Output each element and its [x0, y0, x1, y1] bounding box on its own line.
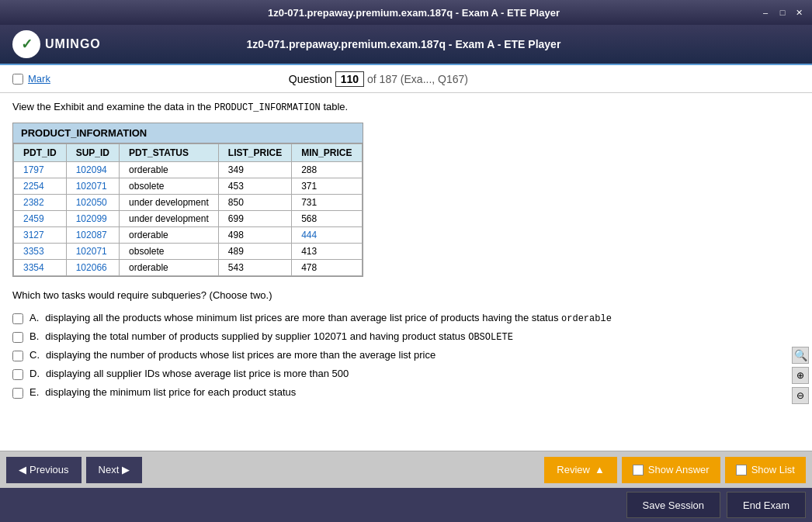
cell-min-price: 371 — [292, 178, 362, 195]
cell-pdt-id: 3354 — [14, 260, 67, 276]
answer-option-e: E.displaying the minimum list price for … — [12, 386, 800, 399]
cell-pdt-status: under development — [120, 211, 219, 227]
cell-pdt-status: orderable — [120, 260, 219, 276]
option-code: orderable — [561, 313, 612, 324]
logo-text: UMINGO — [45, 37, 101, 51]
table-row: 3354 102066 orderable 543 478 — [14, 260, 363, 276]
next-button[interactable]: Next ▶ — [86, 457, 143, 483]
cell-pdt-id: 1797 — [14, 162, 67, 178]
cell-list-price: 453 — [218, 178, 291, 195]
bottom-action-bar: Save Session End Exam — [0, 488, 812, 522]
option-code: OBSOLETE — [468, 332, 513, 343]
close-button[interactable]: ✕ — [793, 6, 806, 19]
save-session-button[interactable]: Save Session — [626, 492, 721, 518]
answer-option-d: D.displaying all supplier IDs whose aver… — [12, 368, 800, 380]
table-row: 3353 102071 obsolete 489 413 — [14, 244, 363, 260]
option-checkbox-2[interactable] — [12, 351, 23, 361]
maximize-button[interactable]: □ — [776, 6, 789, 19]
cell-pdt-status: orderable — [120, 227, 219, 244]
mark-checkbox[interactable] — [12, 74, 23, 85]
zoom-in-icon[interactable]: 🔍 — [792, 347, 809, 364]
arrow-right-icon: ▶ — [122, 464, 130, 475]
show-list-button[interactable]: Show List — [725, 457, 806, 483]
cell-list-price: 498 — [218, 227, 291, 244]
table-row: 3127 102087 orderable 498 444 — [14, 227, 363, 244]
option-letter: A. — [29, 312, 39, 323]
logo-check-icon: ✓ — [21, 36, 33, 53]
cell-min-price: 731 — [292, 195, 362, 211]
option-checkbox-0[interactable] — [12, 313, 23, 324]
option-checkbox-4[interactable] — [12, 388, 23, 399]
option-letter: C. — [29, 349, 40, 361]
cell-pdt-id: 2254 — [14, 178, 67, 195]
cell-list-price: 850 — [218, 195, 291, 211]
option-text: displaying the total number of products … — [45, 330, 800, 343]
table-row: 2254 102071 obsolete 453 371 — [14, 178, 363, 195]
question-text: Which two tasks would require subqueries… — [12, 289, 800, 301]
cell-min-price: 444 — [292, 227, 362, 244]
minimize-button[interactable]: – — [759, 6, 772, 19]
cell-list-price: 699 — [218, 211, 291, 227]
exhibit-description: View the Exhibit and examine the data in… — [12, 101, 800, 113]
cell-pdt-id: 2459 — [14, 211, 67, 227]
cell-min-price: 288 — [292, 162, 362, 178]
data-table-container: PRODUCT_INFORMATION PDT_ID SUP_ID PDT_ST… — [12, 123, 363, 277]
question-of-text: of 187 (Exa..., Q167) — [367, 73, 468, 85]
option-text: displaying all the products whose minimu… — [45, 312, 800, 324]
col-sup-id: SUP_ID — [66, 144, 119, 162]
app-header: ✓ UMINGO 1z0-071.prepaway.premium.exam.1… — [0, 25, 812, 65]
col-pdt-id: PDT_ID — [14, 144, 67, 162]
mark-section: Mark — [12, 73, 50, 85]
arrow-left-icon: ◀ — [19, 464, 26, 475]
cell-sup-id: 102071 — [66, 244, 119, 260]
table-row: 1797 102094 orderable 349 288 — [14, 162, 363, 178]
cell-list-price: 543 — [218, 260, 291, 276]
answer-options: A.displaying all the products whose mini… — [12, 312, 800, 399]
table-row: 2382 102050 under development 850 731 — [14, 195, 363, 211]
zoom-reset-icon[interactable]: ⊕ — [792, 367, 809, 384]
cell-min-price: 478 — [292, 260, 362, 276]
window-title: 1z0-071.prepaway.premium.exam.187q - Exa… — [268, 7, 560, 19]
option-letter: B. — [29, 330, 39, 342]
cell-sup-id: 102087 — [66, 227, 119, 244]
question-label: Question — [289, 73, 332, 85]
cell-sup-id: 102094 — [66, 162, 119, 178]
option-checkbox-3[interactable] — [12, 369, 23, 380]
option-text: displaying the number of products whose … — [46, 349, 800, 361]
review-button[interactable]: Review ▲ — [544, 457, 617, 483]
answer-option-a: A.displaying all the products whose mini… — [12, 312, 800, 324]
table-row: 2459 102099 under development 699 568 — [14, 211, 363, 227]
cell-pdt-id: 2382 — [14, 195, 67, 211]
option-checkbox-1[interactable] — [12, 332, 23, 343]
cell-pdt-status: obsolete — [120, 244, 219, 260]
window-controls: – □ ✕ — [759, 6, 806, 19]
cell-sup-id: 102066 — [66, 260, 119, 276]
table-title: PRODUCT_INFORMATION — [13, 123, 363, 143]
cell-list-price: 349 — [218, 162, 291, 178]
end-exam-button[interactable]: End Exam — [727, 492, 806, 518]
scroll-controls: 🔍 ⊕ ⊖ — [792, 347, 809, 404]
show-answer-button[interactable]: Show Answer — [622, 457, 720, 483]
answer-option-b: B.displaying the total number of product… — [12, 330, 800, 343]
previous-button[interactable]: ◀ Previous — [6, 457, 82, 483]
question-number-area: Question 110 of 187 (Exa..., Q167) — [50, 71, 706, 87]
show-answer-checkbox-icon — [633, 465, 644, 475]
header-title: 1z0-071.prepaway.premium.exam.187q - Exa… — [101, 38, 706, 50]
bottom-toolbar: ◀ Previous Next ▶ Review ▲ Show Answer S… — [0, 451, 812, 488]
cell-sup-id: 102050 — [66, 195, 119, 211]
col-min-price: MIN_PRICE — [292, 144, 362, 162]
content-area: View the Exhibit and examine the data in… — [0, 93, 812, 451]
review-dropdown-icon: ▲ — [595, 464, 605, 475]
cell-pdt-status: under development — [120, 195, 219, 211]
logo: ✓ UMINGO — [12, 30, 101, 58]
title-bar: 1z0-071.prepaway.premium.exam.187q - Exa… — [0, 0, 812, 25]
option-letter: E. — [29, 386, 39, 398]
zoom-out-icon[interactable]: ⊖ — [792, 387, 809, 404]
logo-circle: ✓ — [12, 30, 40, 58]
mark-label[interactable]: Mark — [28, 73, 50, 85]
answer-option-c: C.displaying the number of products whos… — [12, 349, 800, 361]
product-information-table: PDT_ID SUP_ID PDT_STATUS LIST_PRICE MIN_… — [13, 143, 363, 276]
option-text: displaying all supplier IDs whose averag… — [46, 368, 800, 379]
question-header: Mark Question 110 of 187 (Exa..., Q167) — [0, 65, 812, 93]
question-number-box: 110 — [335, 71, 364, 87]
